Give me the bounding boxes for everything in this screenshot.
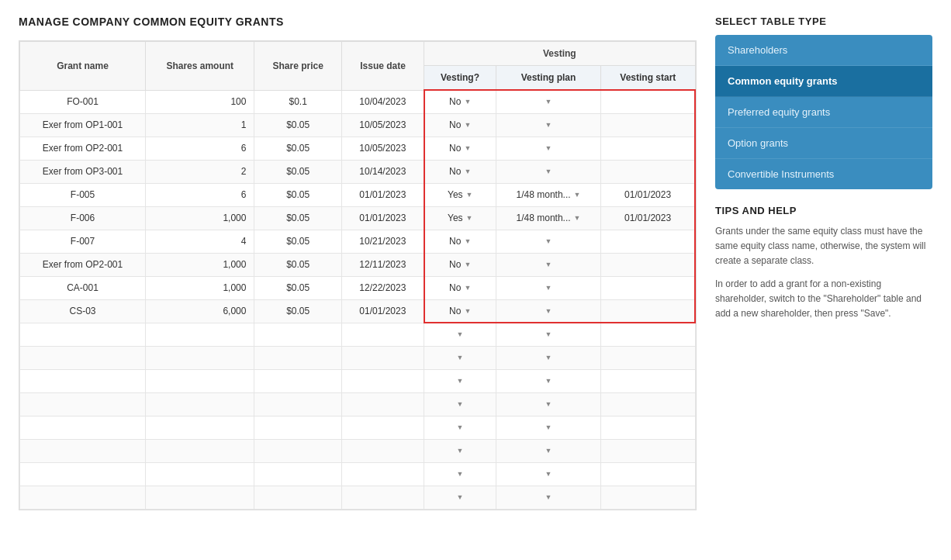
empty-vesting-q[interactable]: ▼ bbox=[424, 346, 496, 369]
vesting-dropdown-arrow[interactable]: ▼ bbox=[464, 237, 471, 245]
cell-vesting-plan[interactable]: 1/48 month...▼ bbox=[496, 206, 600, 230]
empty-vesting-q[interactable]: ▼ bbox=[424, 486, 496, 509]
cell-shares-amount: 100 bbox=[146, 90, 254, 113]
cell-vesting-q[interactable]: No▼ bbox=[424, 253, 496, 276]
vesting-plan-arrow[interactable]: ▼ bbox=[545, 423, 552, 431]
vesting-dropdown-arrow[interactable]: ▼ bbox=[457, 493, 464, 501]
vesting-dropdown-arrow[interactable]: ▼ bbox=[457, 400, 464, 408]
cell-vesting-plan[interactable]: 1/48 month...▼ bbox=[496, 183, 600, 206]
vesting-dropdown-arrow[interactable]: ▼ bbox=[466, 214, 473, 222]
cell-vesting-plan[interactable]: ▼ bbox=[496, 253, 600, 276]
cell-vesting-q[interactable]: No▼ bbox=[424, 90, 496, 113]
vesting-dropdown-arrow[interactable]: ▼ bbox=[464, 98, 471, 105]
cell-vesting-q[interactable]: No▼ bbox=[424, 113, 496, 137]
col-header-shares-amount: Shares amount bbox=[146, 42, 254, 91]
cell-vesting-plan[interactable]: ▼ bbox=[496, 160, 600, 183]
vesting-plan-arrow[interactable]: ▼ bbox=[545, 354, 552, 361]
vesting-plan-dropdown-arrow[interactable]: ▼ bbox=[545, 144, 552, 152]
col-header-grant-name: Grant name bbox=[20, 42, 146, 91]
cell-share-price: $0.05 bbox=[254, 113, 342, 137]
vesting-dropdown-arrow[interactable]: ▼ bbox=[457, 354, 464, 361]
cell-issue-date: 10/05/2023 bbox=[341, 137, 424, 160]
empty-vesting-q[interactable]: ▼ bbox=[424, 462, 496, 486]
col-header-issue-date: Issue date bbox=[341, 42, 424, 91]
empty-vesting-plan[interactable]: ▼ bbox=[496, 392, 600, 416]
cell-issue-date: 10/14/2023 bbox=[341, 160, 424, 183]
empty-cell bbox=[341, 369, 424, 392]
vesting-dropdown-arrow[interactable]: ▼ bbox=[457, 330, 464, 338]
vesting-dropdown-arrow[interactable]: ▼ bbox=[457, 447, 464, 455]
vesting-dropdown-arrow[interactable]: ▼ bbox=[464, 284, 471, 292]
table-type-common-equity[interactable]: Common equity grants bbox=[715, 66, 932, 97]
empty-vesting-q[interactable]: ▼ bbox=[424, 416, 496, 439]
vesting-dropdown-arrow[interactable]: ▼ bbox=[457, 470, 464, 478]
cell-vesting-plan[interactable]: ▼ bbox=[496, 230, 600, 253]
empty-vesting-plan[interactable]: ▼ bbox=[496, 439, 600, 462]
vesting-plan-arrow[interactable]: ▼ bbox=[545, 330, 552, 338]
empty-vesting-q[interactable]: ▼ bbox=[424, 323, 496, 346]
cell-vesting-plan[interactable]: ▼ bbox=[496, 276, 600, 299]
vesting-plan-dropdown-arrow[interactable]: ▼ bbox=[545, 307, 552, 315]
cell-vesting-plan[interactable]: ▼ bbox=[496, 113, 600, 137]
cell-issue-date: 12/11/2023 bbox=[341, 253, 424, 276]
empty-cell bbox=[146, 392, 254, 416]
empty-vesting-plan[interactable]: ▼ bbox=[496, 346, 600, 369]
vesting-plan-dropdown-arrow[interactable]: ▼ bbox=[574, 214, 581, 222]
vesting-plan-dropdown-arrow[interactable]: ▼ bbox=[545, 237, 552, 245]
empty-table-row: ▼▼ bbox=[20, 462, 696, 486]
cell-vesting-q[interactable]: Yes▼ bbox=[424, 183, 496, 206]
empty-cell bbox=[146, 369, 254, 392]
vesting-plan-arrow[interactable]: ▼ bbox=[545, 447, 552, 455]
empty-cell bbox=[20, 439, 146, 462]
vesting-plan-dropdown-arrow[interactable]: ▼ bbox=[545, 98, 552, 105]
vesting-dropdown-arrow[interactable]: ▼ bbox=[466, 191, 473, 199]
cell-grant-name: CA-001 bbox=[20, 276, 146, 299]
vesting-plan-dropdown-arrow[interactable]: ▼ bbox=[545, 168, 552, 175]
vesting-dropdown-arrow[interactable]: ▼ bbox=[464, 261, 471, 268]
vesting-plan-dropdown-arrow[interactable]: ▼ bbox=[545, 121, 552, 129]
empty-cell bbox=[20, 369, 146, 392]
cell-vesting-plan[interactable]: ▼ bbox=[496, 137, 600, 160]
empty-vesting-plan[interactable]: ▼ bbox=[496, 462, 600, 486]
cell-vesting-plan[interactable]: ▼ bbox=[496, 90, 600, 113]
vesting-dropdown-arrow[interactable]: ▼ bbox=[464, 307, 471, 315]
cell-vesting-q[interactable]: No▼ bbox=[424, 160, 496, 183]
vesting-plan-arrow[interactable]: ▼ bbox=[545, 470, 552, 478]
cell-vesting-q[interactable]: Yes▼ bbox=[424, 206, 496, 230]
vesting-dropdown-arrow[interactable]: ▼ bbox=[464, 144, 471, 152]
vesting-plan-dropdown-arrow[interactable]: ▼ bbox=[545, 261, 552, 268]
empty-vesting-plan[interactable]: ▼ bbox=[496, 369, 600, 392]
empty-vesting-q[interactable]: ▼ bbox=[424, 392, 496, 416]
vesting-plan-arrow[interactable]: ▼ bbox=[545, 400, 552, 408]
vesting-plan-dropdown-arrow[interactable]: ▼ bbox=[574, 191, 581, 199]
col-header-vesting-plan: Vesting plan bbox=[496, 66, 600, 91]
empty-vesting-start bbox=[601, 439, 695, 462]
table-type-option-grants[interactable]: Option grants bbox=[715, 128, 932, 159]
table-type-shareholders[interactable]: Shareholders bbox=[715, 35, 932, 66]
cell-issue-date: 10/04/2023 bbox=[341, 90, 424, 113]
cell-vesting-q[interactable]: No▼ bbox=[424, 230, 496, 253]
vesting-dropdown-arrow[interactable]: ▼ bbox=[457, 423, 464, 431]
cell-vesting-q[interactable]: No▼ bbox=[424, 299, 496, 323]
cell-issue-date: 01/01/2023 bbox=[341, 183, 424, 206]
cell-vesting-plan[interactable]: ▼ bbox=[496, 299, 600, 323]
empty-vesting-plan[interactable]: ▼ bbox=[496, 323, 600, 346]
vesting-plan-arrow[interactable]: ▼ bbox=[545, 493, 552, 501]
empty-vesting-q[interactable]: ▼ bbox=[424, 439, 496, 462]
vesting-plan-arrow[interactable]: ▼ bbox=[545, 377, 552, 385]
empty-vesting-plan[interactable]: ▼ bbox=[496, 416, 600, 439]
cell-vesting-q[interactable]: No▼ bbox=[424, 137, 496, 160]
table-type-convertible[interactable]: Convertible Instruments bbox=[715, 159, 932, 189]
vesting-plan-dropdown-arrow[interactable]: ▼ bbox=[545, 284, 552, 292]
cell-vesting-q[interactable]: No▼ bbox=[424, 276, 496, 299]
table-row: F-0061,000$0.0501/01/2023Yes▼1/48 month.… bbox=[20, 206, 696, 230]
empty-vesting-q[interactable]: ▼ bbox=[424, 369, 496, 392]
table-type-preferred-equity[interactable]: Preferred equity grants bbox=[715, 97, 932, 128]
empty-cell bbox=[254, 462, 342, 486]
vesting-dropdown-arrow[interactable]: ▼ bbox=[464, 121, 471, 129]
right-panel: SELECT TABLE TYPE Shareholders Common eq… bbox=[715, 16, 932, 510]
cell-vesting-start bbox=[601, 113, 695, 137]
vesting-dropdown-arrow[interactable]: ▼ bbox=[464, 168, 471, 175]
vesting-dropdown-arrow[interactable]: ▼ bbox=[457, 377, 464, 385]
empty-vesting-plan[interactable]: ▼ bbox=[496, 486, 600, 509]
